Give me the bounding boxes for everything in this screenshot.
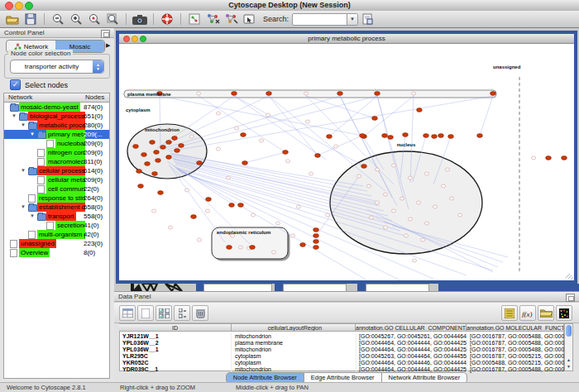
- graph-node[interactable]: [441, 184, 445, 188]
- graph-edge[interactable]: [162, 96, 269, 146]
- graph-node-selected[interactable]: [150, 141, 156, 145]
- graph-edge[interactable]: [269, 96, 385, 191]
- graph-node[interactable]: [457, 213, 462, 217]
- graph-node[interactable]: [375, 168, 379, 171]
- expander-icon[interactable]: ▼: [21, 166, 26, 175]
- graph-node-selected[interactable]: [372, 117, 378, 121]
- table-cell[interactable]: [GO:0045267, GO:0045261, GO:0044464, G..…: [356, 333, 467, 340]
- tree-row[interactable]: mosaic-demo-yeast874(0): [4, 103, 109, 112]
- graph-node[interactable]: [296, 205, 300, 208]
- graph-node-selected[interactable]: [227, 246, 232, 250]
- tab-overflow-arrow-icon[interactable]: ▶: [106, 42, 110, 49]
- graph-node[interactable]: [404, 234, 408, 237]
- graph-node[interactable]: [424, 222, 428, 225]
- tree-row[interactable]: nitrogen compo209(0): [4, 148, 109, 157]
- graph-node[interactable]: [216, 112, 220, 115]
- tree-row[interactable]: cell communicat22(0): [4, 184, 109, 194]
- attribute-matrix-button[interactable]: [556, 305, 572, 321]
- region-nucleus[interactable]: [330, 151, 482, 254]
- graph-node-selected[interactable]: [283, 151, 289, 155]
- attribute-batch-editor-button[interactable]: [501, 305, 518, 321]
- graph-node-selected[interactable]: [403, 133, 409, 137]
- background-window-fragment[interactable]: [283, 284, 347, 291]
- graph-node-selected[interactable]: [141, 153, 147, 157]
- graph-node[interactable]: [433, 205, 437, 208]
- graph-node-selected[interactable]: [546, 156, 552, 160]
- unselect-attributes-button[interactable]: [174, 305, 190, 321]
- graph-node-selected[interactable]: [562, 156, 567, 160]
- select-nodes-checkbox[interactable]: ✓: [10, 79, 21, 90]
- attribute-table-button[interactable]: [119, 305, 136, 321]
- graph-node-selected[interactable]: [172, 136, 178, 141]
- graph-node-selected[interactable]: [382, 134, 388, 138]
- graph-node[interactable]: [234, 127, 238, 130]
- import-attributes-button[interactable]: [538, 305, 554, 321]
- graph-node-selected[interactable]: [477, 134, 483, 138]
- tree-row[interactable]: unassigned223(0): [4, 239, 109, 248]
- new-attribute-button[interactable]: [137, 305, 154, 321]
- graph-node[interactable]: [400, 197, 404, 200]
- column-header[interactable]: _cellularLayoutRegion: [232, 323, 356, 332]
- graph-node-selected[interactable]: [417, 108, 423, 112]
- graph-node-selected[interactable]: [152, 172, 158, 176]
- graph-node-selected[interactable]: [156, 159, 161, 163]
- graph-edge[interactable]: [245, 152, 285, 163]
- graph-node[interactable]: [259, 139, 263, 142]
- graph-node-selected[interactable]: [166, 141, 172, 145]
- background-window-fragment[interactable]: [203, 284, 272, 291]
- graph-node-selected[interactable]: [423, 134, 429, 138]
- graph-node-selected[interactable]: [490, 92, 496, 96]
- graph-node-selected[interactable]: [327, 135, 333, 139]
- graph-node-selected[interactable]: [145, 162, 151, 166]
- graph-node[interactable]: [189, 135, 194, 138]
- graph-node-selected[interactable]: [191, 215, 197, 219]
- network-tree[interactable]: mosaic-demo-yeast874(0)▼biological_proce…: [3, 103, 110, 379]
- tree-row[interactable]: ▼primary metabo209(...: [4, 130, 109, 139]
- graph-node-selected[interactable]: [229, 203, 235, 208]
- float-panel-icon[interactable]: [566, 294, 575, 302]
- graph-node[interactable]: [251, 213, 255, 217]
- table-cell[interactable]: [GO:0016787, GO:0005488, GO:0005215, G..…: [467, 347, 565, 353]
- graph-node-selected[interactable]: [313, 240, 319, 244]
- graph-node-selected[interactable]: [175, 149, 180, 153]
- tree-row[interactable]: nucleobase-209(0): [4, 139, 109, 148]
- table-cell[interactable]: YJR121W__1: [120, 333, 232, 340]
- table-cell[interactable]: YPL036W__1: [120, 347, 232, 353]
- graph-node[interactable]: [531, 156, 535, 160]
- graph-node-selected[interactable]: [432, 135, 438, 139]
- graph-node-selected[interactable]: [197, 161, 203, 165]
- chevron-down-icon[interactable]: ▼: [347, 14, 357, 25]
- graph-node-selected[interactable]: [315, 154, 321, 158]
- help-ring-button[interactable]: [159, 12, 175, 26]
- create-network-view-button[interactable]: [204, 12, 221, 26]
- graph-node[interactable]: [216, 147, 220, 151]
- graph-node[interactable]: [290, 234, 294, 237]
- search-input[interactable]: [293, 14, 347, 25]
- graph-node[interactable]: [356, 174, 361, 178]
- graph-node[interactable]: [445, 168, 449, 171]
- table-cell[interactable]: cytoplasm: [232, 353, 356, 360]
- save-button[interactable]: [22, 12, 39, 26]
- graph-node[interactable]: [420, 238, 424, 241]
- graph-node-selected[interactable]: [300, 243, 306, 247]
- graph-node[interactable]: [325, 213, 329, 217]
- delete-attribute-button[interactable]: [192, 305, 208, 321]
- graph-node[interactable]: [305, 120, 309, 123]
- table-cell[interactable]: [GO:0044464, GO:0044444, GO:0044425, G..…: [356, 340, 467, 347]
- background-window-fragment[interactable]: [275, 284, 283, 291]
- tree-row[interactable]: Overview8(0): [4, 248, 109, 257]
- table-cell[interactable]: [GO:0016787, GO:0005488, GO:0005215, G..…: [467, 340, 565, 347]
- scrollbar-thumb[interactable]: [566, 325, 572, 337]
- graph-node[interactable]: [151, 209, 156, 213]
- search-combobox[interactable]: ▼: [292, 13, 358, 26]
- tree-row[interactable]: macromolecule311(0): [4, 157, 109, 166]
- zoom-in-button[interactable]: [68, 12, 84, 26]
- formula-builder-button[interactable]: f(x): [519, 305, 536, 321]
- graph-node[interactable]: [196, 92, 200, 95]
- destroy-network-view-button[interactable]: [186, 12, 203, 26]
- graph-node-selected[interactable]: [360, 134, 366, 138]
- graph-node-selected[interactable]: [158, 191, 164, 195]
- annotation-button[interactable]: [241, 12, 257, 26]
- snapshot-button[interactable]: [132, 12, 148, 26]
- graph-node[interactable]: [168, 226, 172, 229]
